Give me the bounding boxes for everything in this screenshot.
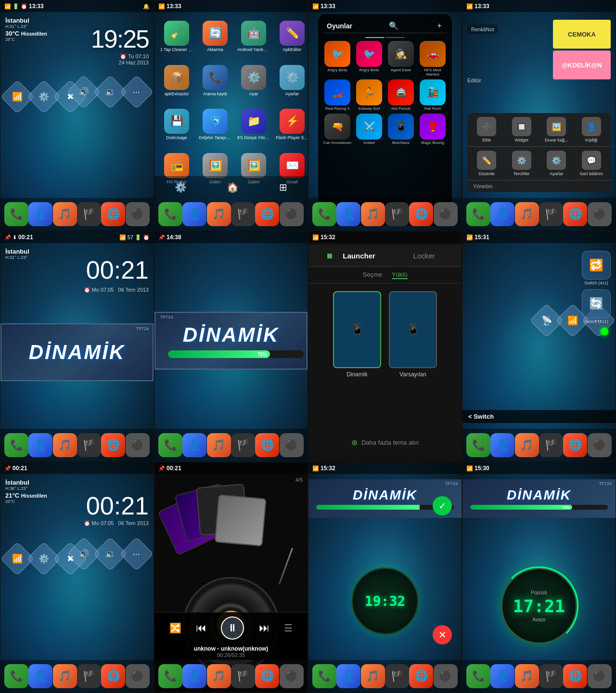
dock-contact-1[interactable]: 👤 <box>28 202 52 226</box>
dock-phone-1[interactable]: 📞 <box>4 202 28 226</box>
subtab-secme[interactable]: Seçme <box>363 271 382 279</box>
subtab-yuklu[interactable]: Yüklü <box>392 271 408 279</box>
dock-misc-12[interactable]: ⚫ <box>588 664 612 688</box>
game-hot[interactable]: 🚔 Hot Pursuit <box>386 79 415 111</box>
dock-browser-8[interactable]: 🌐 <box>563 433 587 457</box>
game-rail[interactable]: 🚂 Rail Rush <box>418 79 447 111</box>
app-item-extractor[interactable]: 📦 apkExtractor <box>158 63 195 105</box>
dock-music-11[interactable]: 🎵 <box>361 664 385 688</box>
dock-phone-4[interactable]: 📞 <box>466 202 490 226</box>
music-play-btn[interactable]: ⏸ <box>221 616 244 640</box>
music-list-btn[interactable]: ☰ <box>284 622 293 634</box>
context-feedback[interactable]: 💬 Geri bildirim <box>577 151 606 176</box>
context-ayarlar[interactable]: ⚙️ Ayarlar <box>542 151 571 176</box>
music-shuffle-btn[interactable]: 🔀 <box>169 622 181 634</box>
game-gun[interactable]: 🔫 Can Knockdown <box>323 114 352 145</box>
switch-1x1-widget[interactable]: 🔄 Switch (1x1) <box>582 289 611 324</box>
dock-phone-5[interactable]: 📞 <box>4 433 28 457</box>
dock-phone-10[interactable]: 📞 <box>158 664 182 688</box>
dock-flag-6[interactable]: 🏴 <box>231 433 255 457</box>
app-item-disk[interactable]: 💾 DiskUsage <box>158 107 195 149</box>
dock-contact-10[interactable]: 👤 <box>182 664 206 688</box>
game-magic[interactable]: 🥊 Magic Boxing <box>418 114 447 145</box>
dock-flag-3[interactable]: 🏴 <box>385 202 409 226</box>
dock-misc-10[interactable]: ⚫ <box>280 664 304 688</box>
app-item-ayar[interactable]: ⚙️ Ayar <box>235 63 272 105</box>
dock-browser-11[interactable]: 🌐 <box>409 664 433 688</box>
dock-music-12[interactable]: 🎵 <box>515 664 539 688</box>
dock-flag-9[interactable]: 🏴 <box>77 664 101 688</box>
dock-phone-2[interactable]: 📞 <box>158 202 182 226</box>
diamond-more[interactable]: ··· <box>120 75 154 109</box>
dock-flag-8[interactable]: 🏴 <box>539 433 563 457</box>
dock-contact-3[interactable]: 👤 <box>336 202 360 226</box>
dock-browser-12[interactable]: 🌐 <box>563 664 587 688</box>
dock-contact-12[interactable]: 👤 <box>490 664 514 688</box>
x-mark-11[interactable]: ✕ <box>433 625 452 644</box>
context-profile[interactable]: 👤 Kişiliği <box>577 117 606 142</box>
dock-contact-9[interactable]: 👤 <box>28 664 52 688</box>
dock-phone-6[interactable]: 📞 <box>158 433 182 457</box>
dock-music-2[interactable]: 🎵 <box>207 202 231 226</box>
game-bluestack[interactable]: 📱 BlueStack <box>386 114 415 145</box>
diamond-more-9[interactable]: ··· <box>120 537 154 571</box>
nav-apps[interactable]: ⊞ <box>279 181 287 193</box>
dock-phone-11[interactable]: 📞 <box>312 664 336 688</box>
dock-phone-3[interactable]: 📞 <box>312 202 336 226</box>
music-next-btn[interactable]: ⏭ <box>259 622 270 634</box>
dock-music-4[interactable]: 🎵 <box>515 202 539 226</box>
dock-music-6[interactable]: 🎵 <box>207 433 231 457</box>
context-tercihler[interactable]: ⚙️ Tercihler <box>507 151 536 176</box>
dock-browser-10[interactable]: 🌐 <box>255 664 279 688</box>
nav-home[interactable]: 🏠 <box>227 181 239 193</box>
nav-settings[interactable]: ⚙️ <box>175 181 187 193</box>
dock-flag-5[interactable]: 🏴 <box>77 433 101 457</box>
dock-phone-12[interactable]: 📞 <box>466 664 490 688</box>
context-widget[interactable]: 🔲 Widget <box>507 117 536 142</box>
dock-music-1[interactable]: 🎵 <box>53 202 77 226</box>
app-item-cleaner[interactable]: 🧹 1 Tap Cleaner Pr... <box>158 19 195 61</box>
dock-phone-8[interactable]: 📞 <box>466 433 490 457</box>
dock-misc-6[interactable]: ⚫ <box>280 433 304 457</box>
tab-launcher[interactable]: Launcher <box>335 250 383 262</box>
app-item-aktar[interactable]: 🔄 Aktarma <box>197 19 233 61</box>
dock-contact-2[interactable]: 👤 <box>182 202 206 226</box>
game-nfs[interactable]: 🚗 NFS Most Wanted <box>418 41 447 77</box>
dock-contact-6[interactable]: 👤 <box>182 433 206 457</box>
dock-misc-1[interactable]: ⚫ <box>126 202 150 226</box>
dock-misc-4[interactable]: ⚫ <box>588 202 612 226</box>
dock-browser-3[interactable]: 🌐 <box>409 202 433 226</box>
dock-browser-2[interactable]: 🌐 <box>255 202 279 226</box>
switch-4x1-widget[interactable]: 🔁 Switch (4x1) <box>582 251 611 285</box>
launcher-footer[interactable]: ⊕ Daha fazla tema alın <box>308 438 462 447</box>
dock-music-10[interactable]: 🎵 <box>207 664 231 688</box>
game-real[interactable]: 🏎️ Real Racing 3 <box>323 79 352 111</box>
dock-contact-4[interactable]: 👤 <box>490 202 514 226</box>
dock-browser-9[interactable]: 🌐 <box>101 664 125 688</box>
dock-music-8[interactable]: 🎵 <box>515 433 539 457</box>
music-prev-btn[interactable]: ⏮ <box>196 622 206 634</box>
tab-locker[interactable]: Locker <box>406 250 443 262</box>
dock-contact-11[interactable]: 👤 <box>336 664 360 688</box>
theme-item-varsayilan[interactable]: 📱 Varsayılan <box>389 291 437 378</box>
app-item-dolphin[interactable]: 🐬 Dolphin Tarayıcı Mi... <box>197 107 233 149</box>
game-subway[interactable]: 🏃 Subway Surf <box>355 79 384 111</box>
game-inotia[interactable]: ⚔️ Inotia4 <box>355 114 384 145</box>
dock-misc-2[interactable]: ⚫ <box>280 202 304 226</box>
game-angry1[interactable]: 🐦 Angry Birds <box>323 41 352 77</box>
context-duzenle[interactable]: ✏️ Düzenle <box>472 151 501 176</box>
dock-misc-11[interactable]: ⚫ <box>434 664 458 688</box>
app-item-flash[interactable]: ⚡ Flash Player Settings <box>274 107 308 149</box>
app-item-android[interactable]: 🤖 Android Yardımcısı <box>235 19 272 61</box>
dock-music-9[interactable]: 🎵 <box>53 664 77 688</box>
dock-misc-9[interactable]: ⚫ <box>126 664 150 688</box>
theme-item-dinamik[interactable]: 📱 Dinamik <box>333 291 381 378</box>
dock-browser-4[interactable]: 🌐 <box>563 202 587 226</box>
dock-contact-5[interactable]: 👤 <box>28 433 52 457</box>
folder-add-icon[interactable]: ＋ <box>436 21 443 31</box>
context-wallpaper[interactable]: 🖼️ Duvar kağ... <box>542 117 571 142</box>
dock-flag-11[interactable]: 🏴 <box>385 664 409 688</box>
dock-flag-2[interactable]: 🏴 <box>231 202 255 226</box>
context-ekle[interactable]: ➕ Ekle <box>472 117 501 142</box>
dock-contact-8[interactable]: 👤 <box>490 433 514 457</box>
